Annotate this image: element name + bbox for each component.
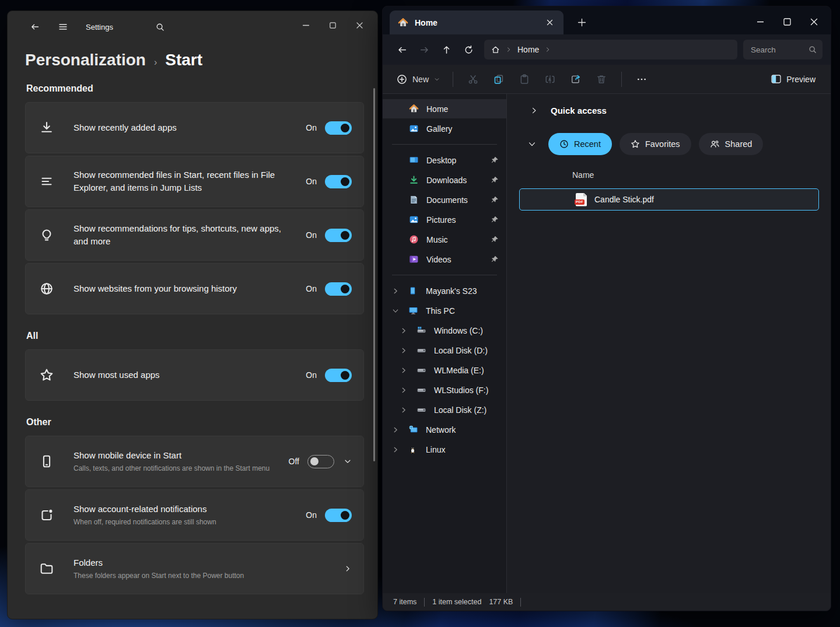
nav-up-button[interactable] (435, 40, 457, 59)
download-icon (40, 121, 54, 135)
minimize-icon (303, 22, 309, 29)
share-button[interactable] (563, 69, 589, 90)
music-icon (409, 234, 419, 244)
address-bar[interactable]: Home (484, 40, 737, 59)
toggle-mobile-device[interactable] (307, 455, 334, 468)
sidebar-item-wlstudios-f[interactable]: WLStudios (F:) (383, 380, 506, 400)
minimize-button[interactable] (747, 11, 774, 32)
close-button[interactable] (800, 11, 827, 32)
sidebar-item-this-pc[interactable]: This PC (383, 301, 506, 320)
sidebar-item-desktop[interactable]: Desktop (383, 150, 506, 170)
settings-scrollbar[interactable] (373, 88, 375, 461)
back-button[interactable] (25, 18, 45, 36)
sidebar-item-downloads[interactable]: Downloads (383, 170, 506, 190)
sidebar-item-pictures[interactable]: Pictures (383, 210, 506, 229)
sidebar-item-home[interactable]: Home (383, 99, 506, 118)
setting-row-recently-added-apps: Show recently added apps On (25, 102, 364, 153)
filter-recent[interactable]: Recent (548, 133, 612, 155)
maximize-button[interactable] (774, 11, 800, 32)
settings-search-button[interactable] (150, 18, 170, 36)
see-more-button[interactable] (629, 69, 654, 90)
new-tab-button[interactable] (572, 12, 592, 32)
breadcrumb-parent[interactable]: Personalization (25, 51, 146, 69)
new-icon (397, 74, 407, 85)
filter-shared[interactable]: Shared (699, 133, 764, 155)
tab-home[interactable]: Home (390, 10, 564, 34)
sidebar-item-windows-c[interactable]: Windows (C:) (383, 321, 506, 340)
chevron-down-icon[interactable] (392, 307, 401, 314)
sidebar-item-music[interactable]: Music (383, 230, 506, 249)
expand-row-button[interactable] (344, 457, 352, 465)
file-row-candle-stick-pdf[interactable]: PDF Candle Stick.pdf (519, 188, 819, 211)
preview-button[interactable]: Preview (764, 71, 822, 87)
section-heading-all: All (26, 331, 364, 341)
new-button[interactable]: New (391, 71, 446, 88)
chevron-right-icon[interactable] (400, 367, 410, 374)
sidebar-item-label: Music (426, 235, 491, 244)
preview-button-label: Preview (786, 75, 816, 84)
address-segment[interactable]: Home (517, 45, 539, 54)
filter-label: Recent (574, 139, 601, 149)
sidebar-item-local-disk-d[interactable]: Local Disk (D:) (383, 341, 506, 360)
navigation-menu-button[interactable] (53, 18, 73, 36)
setting-row-websites-history: Show websites from your browsing history… (25, 263, 364, 314)
sidebar-item-gallery[interactable]: Gallery (383, 119, 506, 138)
paste-button[interactable] (512, 69, 537, 90)
chevron-right-icon[interactable] (400, 327, 410, 334)
search-box[interactable]: Search (743, 40, 822, 59)
delete-button[interactable] (589, 69, 614, 90)
share-icon (570, 74, 581, 85)
filter-favorites[interactable]: Favorites (620, 133, 691, 155)
column-header-name[interactable]: Name (507, 155, 831, 180)
chevron-right-icon[interactable] (400, 347, 410, 354)
nav-refresh-button[interactable] (457, 40, 480, 59)
clock-icon (559, 139, 569, 149)
drive-icon (416, 365, 427, 375)
sidebar-item-linux[interactable]: Linux (383, 440, 506, 459)
status-selection-size: 177 KB (489, 598, 513, 606)
chevron-down-icon[interactable] (528, 140, 536, 148)
sidebar-item-label: Gallery (426, 124, 506, 134)
nav-forward-button[interactable] (413, 40, 435, 59)
search-icon (156, 23, 164, 31)
cut-button[interactable] (460, 69, 486, 90)
back-icon (30, 22, 40, 31)
chevron-right-icon[interactable] (392, 288, 401, 295)
quick-access-header[interactable]: Quick access (507, 94, 831, 115)
sidebar-item-label: This PC (426, 306, 506, 316)
sidebar-item-documents[interactable]: Documents (383, 190, 506, 209)
sidebar-item-videos[interactable]: Videos (383, 250, 506, 269)
pdf-icon: PDF (576, 193, 587, 206)
breadcrumb-separator: › (154, 57, 157, 68)
tab-close-button[interactable] (541, 15, 558, 30)
chevron-right-icon[interactable] (400, 387, 410, 394)
sidebar-item-network[interactable]: Network (383, 420, 506, 439)
chevron-right-icon[interactable] (400, 407, 410, 414)
rename-button[interactable] (537, 69, 563, 90)
pin-icon (491, 236, 499, 243)
toggle-recommendations-tips[interactable] (325, 229, 352, 242)
chevron-right-icon[interactable] (392, 446, 401, 453)
sidebar-item-label: Pictures (426, 215, 491, 225)
minimize-button[interactable] (292, 15, 319, 36)
chevron-right-icon[interactable] (392, 426, 401, 433)
toggle-most-used-apps[interactable] (325, 369, 352, 382)
maximize-button[interactable] (319, 15, 346, 36)
copy-button[interactable] (486, 69, 512, 90)
close-button[interactable] (346, 15, 373, 36)
lightbulb-icon (40, 228, 54, 242)
sidebar-item-wlmedia-e[interactable]: WLMedia (E:) (383, 360, 506, 380)
setting-row-recommendations-tips: Show recommendations for tips, shortcuts… (25, 209, 364, 261)
setting-row-folders[interactable]: Folders These folders appear on Start ne… (25, 543, 364, 594)
nav-back-button[interactable] (391, 40, 413, 59)
sidebar-item-local-disk-z[interactable]: Local Disk (Z:) (383, 400, 506, 419)
toggle-recently-added-apps[interactable] (325, 121, 352, 135)
toggle-account-notifications[interactable] (325, 509, 352, 522)
toggle-websites-history[interactable] (325, 282, 352, 296)
sidebar-item-phone-device[interactable]: Mayank's S23 (383, 281, 506, 300)
setting-row-recommended-files: Show recommended files in Start, recent … (25, 156, 364, 207)
status-divider (424, 598, 425, 607)
toggle-recommended-files[interactable] (325, 175, 352, 188)
explorer-toolbar: New Preview (383, 65, 831, 94)
open-folders-page-button[interactable] (344, 565, 352, 573)
